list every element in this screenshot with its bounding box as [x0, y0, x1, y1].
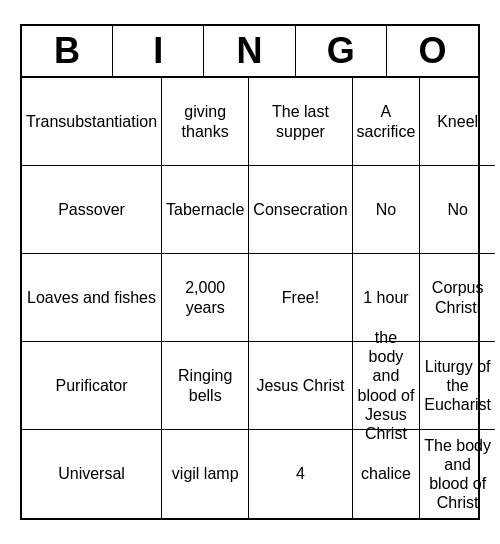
bingo-cell-4[interactable]: Kneel	[420, 78, 495, 166]
bingo-cell-0[interactable]: Transubstantiation	[22, 78, 162, 166]
bingo-cell-17[interactable]: Jesus Christ	[249, 342, 352, 430]
bingo-cell-1[interactable]: giving thanks	[162, 78, 249, 166]
bingo-cell-3[interactable]: A sacrifice	[353, 78, 421, 166]
bingo-cell-16[interactable]: Ringing bells	[162, 342, 249, 430]
header-letter: G	[296, 26, 387, 76]
bingo-cell-8[interactable]: No	[353, 166, 421, 254]
bingo-cell-20[interactable]: Universal	[22, 430, 162, 518]
header-letter: O	[387, 26, 478, 76]
header-letter: B	[22, 26, 113, 76]
bingo-cell-18[interactable]: the body and blood of Jesus Christ	[353, 342, 421, 430]
bingo-cell-5[interactable]: Passover	[22, 166, 162, 254]
bingo-cell-12[interactable]: Free!	[249, 254, 352, 342]
bingo-cell-22[interactable]: 4	[249, 430, 352, 518]
bingo-cell-19[interactable]: Liturgy of the Eucharist	[420, 342, 495, 430]
bingo-cell-14[interactable]: Corpus Christi	[420, 254, 495, 342]
header-letter: I	[113, 26, 204, 76]
bingo-grid: Transubstantiationgiving thanksThe last …	[22, 78, 478, 518]
bingo-cell-10[interactable]: Loaves and fishes	[22, 254, 162, 342]
bingo-cell-15[interactable]: Purificator	[22, 342, 162, 430]
bingo-cell-6[interactable]: Tabernacle	[162, 166, 249, 254]
bingo-cell-23[interactable]: chalice	[353, 430, 421, 518]
header-letter: N	[204, 26, 295, 76]
bingo-cell-9[interactable]: No	[420, 166, 495, 254]
bingo-cell-21[interactable]: vigil lamp	[162, 430, 249, 518]
bingo-cell-2[interactable]: The last supper	[249, 78, 352, 166]
bingo-cell-24[interactable]: The body and blood of Christ	[420, 430, 495, 518]
bingo-cell-11[interactable]: 2,000 years	[162, 254, 249, 342]
bingo-cell-7[interactable]: Consecration	[249, 166, 352, 254]
bingo-card: BINGO Transubstantiationgiving thanksThe…	[20, 24, 480, 520]
bingo-header: BINGO	[22, 26, 478, 78]
